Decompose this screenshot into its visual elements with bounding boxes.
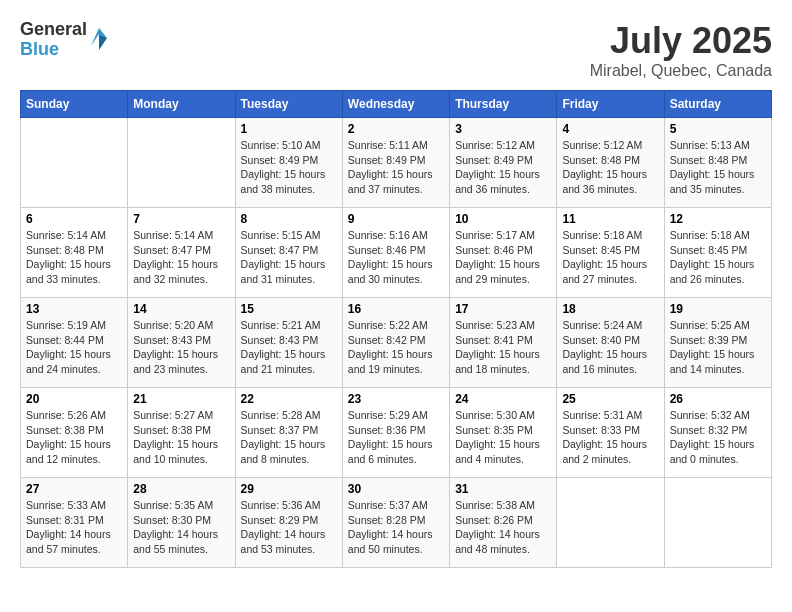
day-cell: 16Sunrise: 5:22 AMSunset: 8:42 PMDayligh… — [342, 298, 449, 388]
day-info: Sunrise: 5:11 AMSunset: 8:49 PMDaylight:… — [348, 138, 444, 197]
day-info: Sunrise: 5:36 AMSunset: 8:29 PMDaylight:… — [241, 498, 337, 557]
day-info: Sunrise: 5:18 AMSunset: 8:45 PMDaylight:… — [670, 228, 766, 287]
day-number: 6 — [26, 212, 122, 226]
day-info: Sunrise: 5:25 AMSunset: 8:39 PMDaylight:… — [670, 318, 766, 377]
day-cell: 7Sunrise: 5:14 AMSunset: 8:47 PMDaylight… — [128, 208, 235, 298]
day-number: 7 — [133, 212, 229, 226]
day-cell: 13Sunrise: 5:19 AMSunset: 8:44 PMDayligh… — [21, 298, 128, 388]
day-number: 27 — [26, 482, 122, 496]
day-number: 28 — [133, 482, 229, 496]
day-info: Sunrise: 5:19 AMSunset: 8:44 PMDaylight:… — [26, 318, 122, 377]
header-saturday: Saturday — [664, 91, 771, 118]
week-row-4: 20Sunrise: 5:26 AMSunset: 8:38 PMDayligh… — [21, 388, 772, 478]
day-cell: 27Sunrise: 5:33 AMSunset: 8:31 PMDayligh… — [21, 478, 128, 568]
day-number: 22 — [241, 392, 337, 406]
day-info: Sunrise: 5:30 AMSunset: 8:35 PMDaylight:… — [455, 408, 551, 467]
day-number: 13 — [26, 302, 122, 316]
day-number: 5 — [670, 122, 766, 136]
day-number: 11 — [562, 212, 658, 226]
day-number: 8 — [241, 212, 337, 226]
day-cell: 31Sunrise: 5:38 AMSunset: 8:26 PMDayligh… — [450, 478, 557, 568]
day-cell — [664, 478, 771, 568]
day-info: Sunrise: 5:32 AMSunset: 8:32 PMDaylight:… — [670, 408, 766, 467]
day-info: Sunrise: 5:33 AMSunset: 8:31 PMDaylight:… — [26, 498, 122, 557]
day-cell: 10Sunrise: 5:17 AMSunset: 8:46 PMDayligh… — [450, 208, 557, 298]
day-info: Sunrise: 5:24 AMSunset: 8:40 PMDaylight:… — [562, 318, 658, 377]
day-number: 12 — [670, 212, 766, 226]
day-number: 23 — [348, 392, 444, 406]
day-cell: 1Sunrise: 5:10 AMSunset: 8:49 PMDaylight… — [235, 118, 342, 208]
day-number: 17 — [455, 302, 551, 316]
day-cell: 26Sunrise: 5:32 AMSunset: 8:32 PMDayligh… — [664, 388, 771, 478]
day-number: 20 — [26, 392, 122, 406]
day-number: 29 — [241, 482, 337, 496]
day-info: Sunrise: 5:13 AMSunset: 8:48 PMDaylight:… — [670, 138, 766, 197]
day-info: Sunrise: 5:20 AMSunset: 8:43 PMDaylight:… — [133, 318, 229, 377]
day-cell: 5Sunrise: 5:13 AMSunset: 8:48 PMDaylight… — [664, 118, 771, 208]
logo-text: General Blue — [20, 20, 87, 60]
header-friday: Friday — [557, 91, 664, 118]
day-info: Sunrise: 5:16 AMSunset: 8:46 PMDaylight:… — [348, 228, 444, 287]
day-number: 3 — [455, 122, 551, 136]
header-sunday: Sunday — [21, 91, 128, 118]
day-info: Sunrise: 5:23 AMSunset: 8:41 PMDaylight:… — [455, 318, 551, 377]
day-number: 9 — [348, 212, 444, 226]
day-info: Sunrise: 5:14 AMSunset: 8:47 PMDaylight:… — [133, 228, 229, 287]
header-wednesday: Wednesday — [342, 91, 449, 118]
day-number: 31 — [455, 482, 551, 496]
day-cell: 21Sunrise: 5:27 AMSunset: 8:38 PMDayligh… — [128, 388, 235, 478]
day-cell: 20Sunrise: 5:26 AMSunset: 8:38 PMDayligh… — [21, 388, 128, 478]
day-info: Sunrise: 5:38 AMSunset: 8:26 PMDaylight:… — [455, 498, 551, 557]
title-block: July 2025 Mirabel, Quebec, Canada — [590, 20, 772, 80]
day-number: 4 — [562, 122, 658, 136]
day-info: Sunrise: 5:18 AMSunset: 8:45 PMDaylight:… — [562, 228, 658, 287]
day-info: Sunrise: 5:37 AMSunset: 8:28 PMDaylight:… — [348, 498, 444, 557]
day-cell: 29Sunrise: 5:36 AMSunset: 8:29 PMDayligh… — [235, 478, 342, 568]
day-number: 30 — [348, 482, 444, 496]
day-number: 18 — [562, 302, 658, 316]
location-subtitle: Mirabel, Quebec, Canada — [590, 62, 772, 80]
page-header: General Blue July 2025 Mirabel, Quebec, … — [20, 20, 772, 80]
day-number: 21 — [133, 392, 229, 406]
day-info: Sunrise: 5:14 AMSunset: 8:48 PMDaylight:… — [26, 228, 122, 287]
logo: General Blue — [20, 20, 109, 60]
day-cell: 2Sunrise: 5:11 AMSunset: 8:49 PMDaylight… — [342, 118, 449, 208]
week-row-1: 1Sunrise: 5:10 AMSunset: 8:49 PMDaylight… — [21, 118, 772, 208]
day-cell: 3Sunrise: 5:12 AMSunset: 8:49 PMDaylight… — [450, 118, 557, 208]
day-number: 1 — [241, 122, 337, 136]
day-number: 26 — [670, 392, 766, 406]
day-cell: 28Sunrise: 5:35 AMSunset: 8:30 PMDayligh… — [128, 478, 235, 568]
day-info: Sunrise: 5:12 AMSunset: 8:48 PMDaylight:… — [562, 138, 658, 197]
day-cell: 8Sunrise: 5:15 AMSunset: 8:47 PMDaylight… — [235, 208, 342, 298]
header-thursday: Thursday — [450, 91, 557, 118]
day-number: 25 — [562, 392, 658, 406]
header-tuesday: Tuesday — [235, 91, 342, 118]
week-row-2: 6Sunrise: 5:14 AMSunset: 8:48 PMDaylight… — [21, 208, 772, 298]
day-cell — [128, 118, 235, 208]
day-cell: 6Sunrise: 5:14 AMSunset: 8:48 PMDaylight… — [21, 208, 128, 298]
day-cell: 12Sunrise: 5:18 AMSunset: 8:45 PMDayligh… — [664, 208, 771, 298]
day-cell: 22Sunrise: 5:28 AMSunset: 8:37 PMDayligh… — [235, 388, 342, 478]
day-info: Sunrise: 5:22 AMSunset: 8:42 PMDaylight:… — [348, 318, 444, 377]
day-number: 14 — [133, 302, 229, 316]
day-cell: 14Sunrise: 5:20 AMSunset: 8:43 PMDayligh… — [128, 298, 235, 388]
day-number: 24 — [455, 392, 551, 406]
day-info: Sunrise: 5:29 AMSunset: 8:36 PMDaylight:… — [348, 408, 444, 467]
svg-marker-1 — [99, 34, 107, 50]
week-row-5: 27Sunrise: 5:33 AMSunset: 8:31 PMDayligh… — [21, 478, 772, 568]
day-number: 19 — [670, 302, 766, 316]
day-info: Sunrise: 5:12 AMSunset: 8:49 PMDaylight:… — [455, 138, 551, 197]
day-cell: 15Sunrise: 5:21 AMSunset: 8:43 PMDayligh… — [235, 298, 342, 388]
calendar-header-row: SundayMondayTuesdayWednesdayThursdayFrid… — [21, 91, 772, 118]
day-number: 2 — [348, 122, 444, 136]
day-info: Sunrise: 5:15 AMSunset: 8:47 PMDaylight:… — [241, 228, 337, 287]
logo-line2: Blue — [20, 40, 87, 60]
logo-icon — [89, 26, 109, 50]
day-cell: 18Sunrise: 5:24 AMSunset: 8:40 PMDayligh… — [557, 298, 664, 388]
month-year-title: July 2025 — [590, 20, 772, 62]
day-cell: 24Sunrise: 5:30 AMSunset: 8:35 PMDayligh… — [450, 388, 557, 478]
day-info: Sunrise: 5:17 AMSunset: 8:46 PMDaylight:… — [455, 228, 551, 287]
day-cell: 25Sunrise: 5:31 AMSunset: 8:33 PMDayligh… — [557, 388, 664, 478]
day-cell: 19Sunrise: 5:25 AMSunset: 8:39 PMDayligh… — [664, 298, 771, 388]
day-info: Sunrise: 5:26 AMSunset: 8:38 PMDaylight:… — [26, 408, 122, 467]
